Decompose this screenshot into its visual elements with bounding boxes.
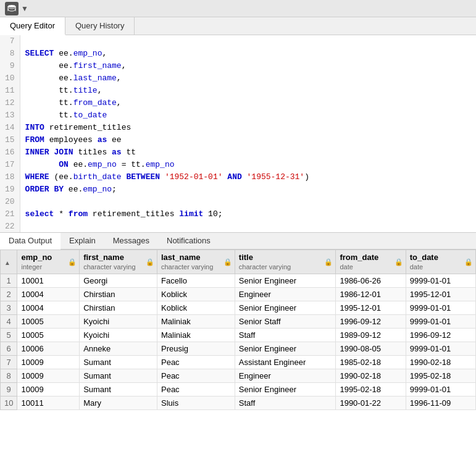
code-line: ON ee.emp_no = tt.emp_no (25, 159, 471, 171)
cell-first_name: Sumant (80, 369, 157, 383)
cell-to_date: 9999-01-01 (406, 315, 475, 329)
table-row[interactable]: 410005KyoichiMaliniakSenior Staff1996-09… (1, 315, 476, 329)
code-line: SELECT ee.emp_no, (25, 48, 471, 60)
cell-from_date: 1990-01-22 (336, 397, 406, 410)
code-line (25, 220, 471, 232)
cell-title: Senior Engineer (235, 342, 336, 356)
code-line: select * from retirement_titles limit 10… (25, 208, 471, 220)
table-row[interactable]: 1010011MarySluisStaff1990-01-221996-11-0… (1, 397, 476, 410)
col-header-first-name[interactable]: first_name character varying 🔒 (80, 250, 157, 274)
col-header-to-date[interactable]: to_date date 🔒 (406, 250, 475, 274)
cell-from_date: 1985-02-18 (336, 356, 406, 369)
cell-emp_no: 10004 (17, 288, 80, 301)
cell-emp_no: 10004 (17, 301, 80, 315)
code-area[interactable]: SELECT ee.emp_no, ee.first_name, ee.last… (20, 35, 476, 232)
table-row[interactable]: 210004ChirstianKoblickEngineer1986-12-01… (1, 288, 476, 301)
tab-notifications[interactable]: Notifications (158, 233, 219, 249)
cell-from_date: 1990-08-05 (336, 342, 406, 356)
row-number: 7 (1, 356, 17, 369)
col-header-from-date[interactable]: from_date date 🔒 (336, 250, 406, 274)
table-row[interactable]: 810009SumantPeacEngineer1990-02-181995-0… (1, 369, 476, 383)
row-number: 10 (1, 397, 17, 410)
row-number: 6 (1, 342, 17, 356)
code-line (25, 35, 471, 48)
cell-last_name: Facello (157, 274, 235, 288)
cell-from_date: 1996-09-12 (336, 315, 406, 329)
table-row[interactable]: 110001GeorgiFacelloSenior Engineer1986-0… (1, 274, 476, 288)
query-editor[interactable]: 7 8 9 10 11 12 13 14 15 16 17 18 19 20 2… (0, 35, 476, 233)
cell-last_name: Preusig (157, 342, 235, 356)
cell-to_date: 1990-02-18 (406, 356, 475, 369)
row-number: 2 (1, 288, 17, 301)
cell-emp_no: 10006 (17, 342, 80, 356)
tab-explain[interactable]: Explain (61, 233, 104, 249)
cell-title: Engineer (235, 369, 336, 383)
cell-last_name: Maliniak (157, 315, 235, 329)
code-line: INTO retirement_titles (25, 122, 471, 134)
code-line: ee.last_name, (25, 72, 471, 85)
bottom-tabs: Data Output Explain Messages Notificatio… (0, 233, 476, 250)
col-header-last-name[interactable]: last_name character varying 🔒 (157, 250, 235, 274)
cell-first_name: Sumant (80, 383, 157, 397)
code-line (25, 196, 471, 208)
col-header-emp-no[interactable]: emp_no integer 🔒 (17, 250, 80, 274)
db-icon[interactable] (5, 2, 19, 15)
cell-to_date: 9999-01-01 (406, 342, 475, 356)
cell-first_name: Chirstian (80, 301, 157, 315)
cell-title: Engineer (235, 288, 336, 301)
cell-first_name: Chirstian (80, 288, 157, 301)
cell-emp_no: 10005 (17, 315, 80, 329)
tab-query-editor[interactable]: Query Editor (0, 17, 65, 35)
table-row[interactable]: 310004ChirstianKoblickSenior Engineer199… (1, 301, 476, 315)
cell-emp_no: 10001 (17, 274, 80, 288)
table-row[interactable]: 910009SumantPeacSenior Engineer1995-02-1… (1, 383, 476, 397)
line-numbers: 7 8 9 10 11 12 13 14 15 16 17 18 19 20 2… (0, 35, 20, 232)
row-num-header: ▲ (1, 250, 17, 274)
cell-to_date: 9999-01-01 (406, 274, 475, 288)
cell-title: Staff (235, 329, 336, 342)
cell-to_date: 9999-01-01 (406, 383, 475, 397)
cell-last_name: Peac (157, 369, 235, 383)
tab-messages[interactable]: Messages (104, 233, 158, 249)
lock-icon: 🔒 (223, 258, 232, 266)
cell-to_date: 9999-01-01 (406, 301, 475, 315)
row-number: 1 (1, 274, 17, 288)
cell-title: Senior Engineer (235, 274, 336, 288)
cell-to_date: 1996-11-09 (406, 397, 475, 410)
table-row[interactable]: 710009SumantPeacAssistant Engineer1985-0… (1, 356, 476, 369)
cell-last_name: Koblick (157, 288, 235, 301)
tab-data-output[interactable]: Data Output (0, 233, 61, 250)
data-output[interactable]: ▲ emp_no integer 🔒 first_name character … (0, 250, 476, 449)
tab-query-history[interactable]: Query History (65, 17, 135, 35)
code-line: FROM employees as ee (25, 134, 471, 146)
lock-icon: 🔒 (146, 258, 154, 266)
cell-first_name: Georgi (80, 274, 157, 288)
cell-first_name: Kyoichi (80, 315, 157, 329)
cell-emp_no: 10011 (17, 397, 80, 410)
sort-icon: ▲ (4, 259, 10, 266)
code-line: WHERE (ee.birth_date BETWEEN '1952-01-01… (25, 171, 471, 183)
toolbar: ▼ (0, 0, 476, 17)
table-row[interactable]: 510005KyoichiMaliniakStaff1989-09-121996… (1, 329, 476, 342)
cell-from_date: 1990-02-18 (336, 369, 406, 383)
results-table: ▲ emp_no integer 🔒 first_name character … (0, 250, 476, 410)
row-number: 3 (1, 301, 17, 315)
cell-to_date: 1995-12-01 (406, 288, 475, 301)
cell-first_name: Kyoichi (80, 329, 157, 342)
cell-from_date: 1986-06-26 (336, 274, 406, 288)
cell-emp_no: 10005 (17, 329, 80, 342)
cell-title: Senior Engineer (235, 383, 336, 397)
main-container: ▼ Query Editor Query History 7 8 9 10 11… (0, 0, 476, 449)
cell-from_date: 1995-12-01 (336, 301, 406, 315)
cell-last_name: Sluis (157, 397, 235, 410)
col-header-title[interactable]: title character varying 🔒 (235, 250, 336, 274)
cell-last_name: Koblick (157, 301, 235, 315)
cell-emp_no: 10009 (17, 356, 80, 369)
code-line: tt.title, (25, 85, 471, 97)
cell-from_date: 1995-02-18 (336, 383, 406, 397)
code-line: tt.from_date, (25, 97, 471, 109)
cell-emp_no: 10009 (17, 383, 80, 397)
lock-icon: 🔒 (464, 258, 473, 266)
table-row[interactable]: 610006AnnekePreusigSenior Engineer1990-0… (1, 342, 476, 356)
top-tabs: Query Editor Query History (0, 17, 476, 35)
